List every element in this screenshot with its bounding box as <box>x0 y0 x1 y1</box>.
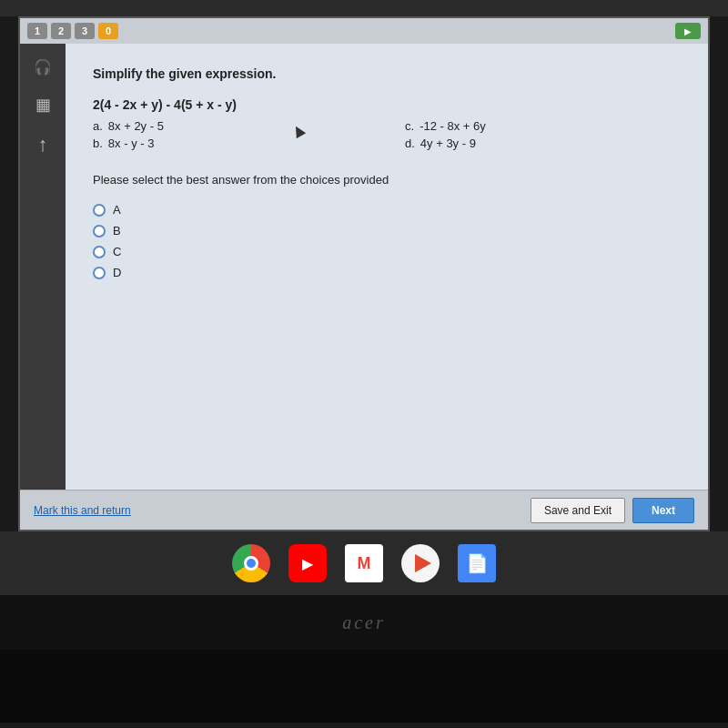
value-c: -12 - 8x + 6y <box>420 119 486 133</box>
arrow-up-icon[interactable] <box>38 133 48 157</box>
gmail-icon[interactable]: M <box>345 544 383 582</box>
acer-logo: acer <box>342 612 386 633</box>
label-c: c. <box>405 119 414 133</box>
tab-bar: 1 2 3 0 <box>20 18 708 44</box>
label-a: a. <box>93 119 103 133</box>
answers-grid: a. 8x + 2y - 5 c. -12 - 8x + 6y b. 8x - … <box>93 119 681 150</box>
value-b: 8x - y - 3 <box>108 136 155 150</box>
radio-label-c: C <box>113 245 121 258</box>
radio-circle-c[interactable] <box>93 246 106 258</box>
question-panel: Simplify the given expression. 2(4 - 2x … <box>66 44 708 490</box>
answer-d: d. 4y + 3y - 9 <box>405 136 681 150</box>
question-instruction: Simplify the given expression. <box>93 66 681 81</box>
radio-label-a: A <box>113 203 121 217</box>
docs-icon[interactable]: 📄 <box>458 544 496 582</box>
action-bar: Mark this and return Save and Exit Next <box>20 490 708 530</box>
tab-0[interactable]: 0 <box>98 23 118 39</box>
radio-d[interactable]: D <box>93 266 681 279</box>
radio-label-b: B <box>113 224 121 238</box>
radio-c[interactable]: C <box>93 245 681 258</box>
bottom-panel <box>0 650 728 723</box>
radio-circle-b[interactable] <box>93 225 106 238</box>
answer-b: b. 8x - y - 3 <box>93 136 369 150</box>
tab-3[interactable]: 3 <box>75 23 95 39</box>
chrome-icon[interactable] <box>232 544 270 582</box>
answer-c: c. -12 - 8x + 6y <box>405 119 681 133</box>
calculator-icon[interactable] <box>35 95 51 115</box>
play-store-icon[interactable] <box>401 544 440 582</box>
label-d: d. <box>405 136 415 150</box>
action-buttons: Save and Exit Next <box>531 498 694 523</box>
mark-return-link[interactable]: Mark this and return <box>34 504 131 517</box>
sidebar <box>20 44 66 490</box>
radio-label-d: D <box>113 266 121 279</box>
play-button[interactable] <box>675 23 701 39</box>
next-button[interactable]: Next <box>632 498 694 523</box>
tab-2[interactable]: 2 <box>51 23 71 39</box>
youtube-icon[interactable]: ▶ <box>288 544 327 582</box>
radio-group: A B C D <box>93 203 681 279</box>
headphone-icon[interactable] <box>34 57 52 76</box>
radio-circle-a[interactable] <box>93 204 106 217</box>
save-exit-button[interactable]: Save and Exit <box>531 498 625 523</box>
acer-area: acer <box>0 595 728 650</box>
value-a: 8x + 2y - 5 <box>108 119 164 133</box>
value-d: 4y + 3y - 9 <box>420 136 476 150</box>
select-prompt: Please select the best answer from the c… <box>93 173 681 187</box>
radio-b[interactable]: B <box>93 224 681 238</box>
label-b: b. <box>93 136 103 150</box>
answer-a: a. 8x + 2y - 5 <box>93 119 369 133</box>
expression: 2(4 - 2x + y) - 4(5 + x - y) <box>93 97 681 112</box>
laptop-screen: 1 2 3 0 Simp <box>18 16 710 531</box>
radio-circle-d[interactable] <box>93 267 106 279</box>
content-area: Simplify the given expression. 2(4 - 2x … <box>20 44 708 490</box>
radio-a[interactable]: A <box>93 203 681 217</box>
top-bar <box>0 0 728 16</box>
taskbar: ▶ M 📄 <box>0 531 728 595</box>
tab-1[interactable]: 1 <box>27 23 47 39</box>
